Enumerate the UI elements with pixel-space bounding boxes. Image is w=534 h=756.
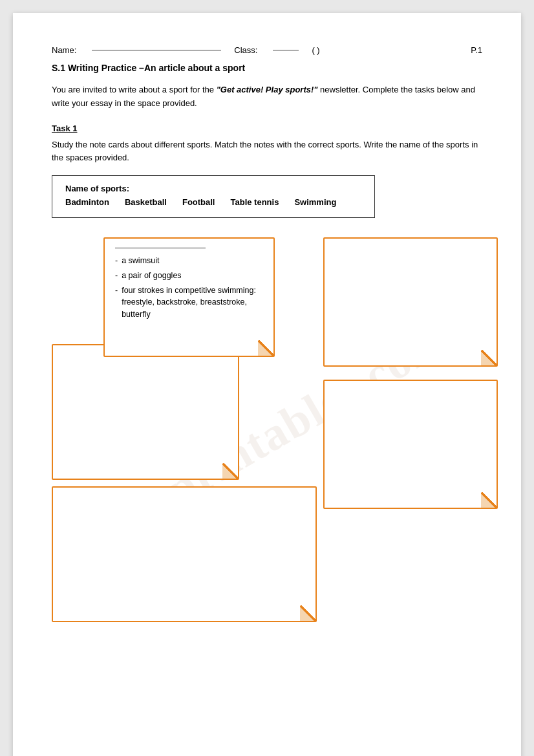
card-5	[52, 486, 317, 622]
name-label: Name:	[52, 45, 76, 55]
header-left: Name: Class: ( )	[52, 45, 320, 55]
page-number: P.1	[471, 45, 482, 55]
name-line	[92, 50, 221, 50]
card-1: - a swimsuit - a pair of goggles - four …	[103, 237, 275, 357]
card1-item-2: - a pair of goggles	[115, 270, 263, 282]
card1-item-1-text: a swimsuit	[122, 255, 159, 267]
sport-football: Football	[182, 197, 215, 207]
class-line	[273, 50, 299, 50]
sports-box-label: Name of sports:	[65, 184, 361, 193]
cards-area: ESLprintables.com - a swimsuit - a pair …	[52, 237, 482, 638]
card1-item-3-text: four strokes in competitive swimming: fr…	[122, 285, 263, 321]
sport-badminton: Badminton	[65, 197, 109, 207]
task1-title: Task 1	[52, 124, 482, 133]
sport-table-tennis: Table tennis	[230, 197, 279, 207]
sport-basketball: Basketball	[125, 197, 167, 207]
sports-list: Badminton Basketball Football Table tenn…	[65, 197, 361, 207]
header-row: Name: Class: ( ) P.1	[52, 45, 482, 55]
card1-item-2-text: a pair of goggles	[122, 270, 181, 282]
sport-swimming: Swimming	[294, 197, 336, 207]
section-title: S.1 Writing Practice –An article about a…	[52, 63, 482, 73]
class-parens: ( )	[312, 45, 319, 55]
card-2	[323, 237, 498, 367]
card1-item-1: - a swimsuit	[115, 255, 263, 267]
intro-before: You are invited to write about a sport f…	[52, 85, 217, 94]
page: Name: Class: ( ) P.1 S.1 Writing Practic…	[13, 13, 521, 756]
card1-list: - a swimsuit - a pair of goggles - four …	[115, 255, 263, 321]
class-label: Class:	[234, 45, 257, 55]
card-4	[323, 380, 498, 509]
task1-description: Study the note cards about different spo…	[52, 138, 482, 166]
intro-italic: "Get active! Play sports!"	[217, 85, 318, 94]
card-3	[52, 344, 239, 480]
card1-item-3: - four strokes in competitive swimming: …	[115, 285, 263, 321]
intro-text: You are invited to write about a sport f…	[52, 83, 482, 111]
sports-box: Name of sports: Badminton Basketball Foo…	[52, 175, 375, 218]
card1-answer-line[interactable]	[115, 248, 206, 248]
